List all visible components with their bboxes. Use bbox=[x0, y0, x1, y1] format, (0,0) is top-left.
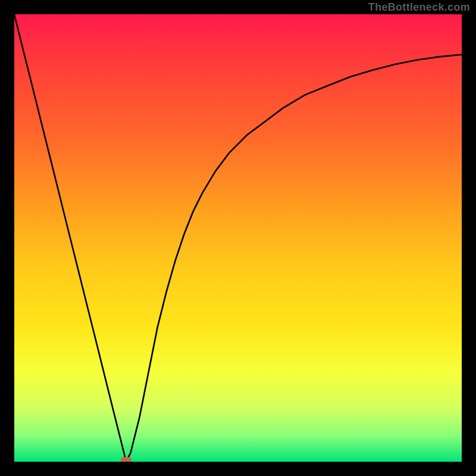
outer-frame: TheBottleneck.com bbox=[0, 0, 476, 476]
curve-path bbox=[14, 14, 462, 462]
bottleneck-curve bbox=[14, 14, 462, 462]
minimum-marker-dot bbox=[121, 457, 131, 462]
plot-area bbox=[14, 14, 462, 462]
attribution-text: TheBottleneck.com bbox=[368, 1, 470, 14]
